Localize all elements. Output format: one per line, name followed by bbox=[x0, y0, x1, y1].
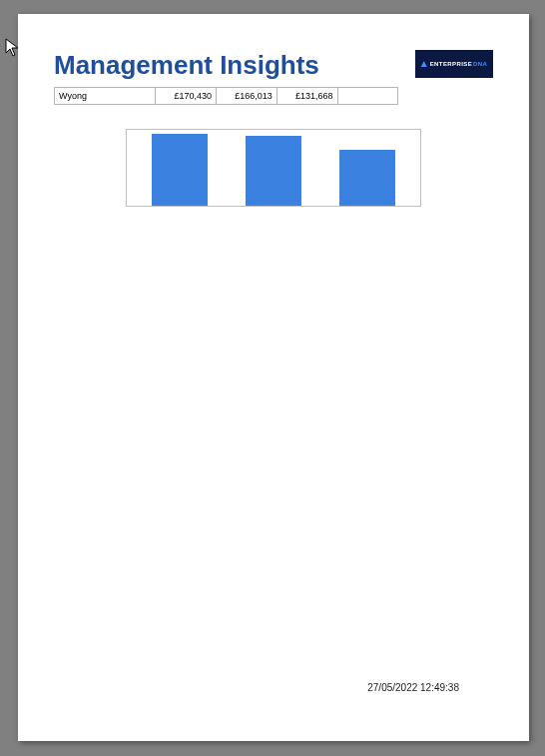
table-cell: £131,668 bbox=[276, 88, 337, 105]
footer-timestamp: 27/05/2022 12:49:38 bbox=[367, 682, 459, 693]
logo-text: ENTERPRISEDNA bbox=[430, 61, 488, 67]
chart-bar bbox=[246, 136, 301, 206]
table-cell-empty bbox=[337, 88, 397, 105]
arrow-icon bbox=[421, 61, 427, 67]
chart-bar bbox=[152, 134, 208, 206]
row-label: Wyong bbox=[55, 88, 156, 105]
chart-plot-area bbox=[126, 129, 421, 207]
table-row: Wyong £170,430 £166,013 £131,668 bbox=[55, 88, 398, 105]
summary-table: Wyong £170,430 £166,013 £131,668 bbox=[54, 87, 398, 105]
company-logo: ENTERPRISEDNA bbox=[415, 50, 493, 78]
chart-bar bbox=[339, 150, 395, 206]
report-page: Management Insights ENTERPRISEDNA Wyong … bbox=[18, 14, 529, 741]
page-header: Management Insights ENTERPRISEDNA bbox=[54, 50, 493, 81]
table-cell: £166,013 bbox=[217, 88, 277, 105]
page-title: Management Insights bbox=[54, 50, 319, 81]
bar-chart bbox=[126, 129, 421, 207]
table-cell: £170,430 bbox=[156, 88, 217, 105]
